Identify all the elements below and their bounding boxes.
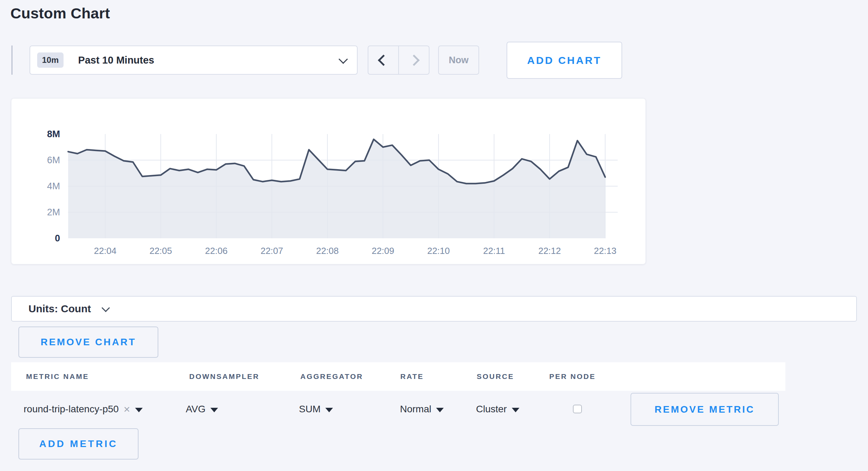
per-node-checkbox[interactable] — [573, 405, 582, 413]
chart-panel: 22:0422:0522:0622:0722:0822:0922:1022:11… — [11, 98, 646, 264]
caret-down-icon — [436, 408, 444, 412]
y-tick-label: 4M — [47, 181, 60, 191]
col-header-downsampler: DOWNSAMPLER — [189, 362, 259, 391]
caret-down-icon — [325, 408, 333, 412]
time-step-buttons — [368, 46, 429, 75]
downsampler-dropdown[interactable]: AVG — [186, 391, 218, 428]
col-header-rate: RATE — [400, 362, 424, 391]
remove-chart-button[interactable]: REMOVE CHART — [18, 327, 158, 358]
y-axis-labels: 02M4M6M8M — [47, 129, 60, 243]
rate-dropdown[interactable]: Normal — [400, 391, 444, 428]
y-tick-label: 8M — [47, 129, 60, 139]
add-metric-button[interactable]: ADD METRIC — [18, 428, 139, 460]
chevron-down-icon — [339, 55, 348, 64]
x-tick-label: 22:09 — [372, 246, 394, 256]
time-range-dropdown[interactable]: 10m Past 10 Minutes — [30, 46, 358, 75]
toolbar-left-divider — [11, 46, 12, 75]
time-range-badge: 10m — [37, 52, 64, 68]
metric-row: round-trip-latency-p50 × AVG SUM Normal … — [11, 391, 857, 428]
x-tick-label: 22:13 — [594, 246, 616, 256]
area-chart: 22:0422:0522:0622:0722:0822:0922:1022:11… — [11, 99, 646, 265]
x-tick-label: 22:07 — [260, 246, 283, 256]
aggregator-dropdown[interactable]: SUM — [299, 391, 333, 428]
x-tick-label: 22:10 — [427, 246, 450, 256]
x-tick-label: 22:08 — [316, 246, 339, 256]
x-tick-label: 22:06 — [205, 246, 227, 256]
metrics-table-header: METRIC NAME DOWNSAMPLER AGGREGATOR RATE … — [11, 362, 785, 391]
downsampler-value: AVG — [186, 404, 206, 415]
page-title: Custom Chart — [10, 5, 110, 22]
metric-name-value: round-trip-latency-p50 — [24, 404, 119, 415]
x-tick-label: 22:04 — [94, 246, 116, 256]
chevron-down-icon — [101, 304, 110, 312]
y-tick-label: 6M — [47, 155, 60, 165]
time-range-label: Past 10 Minutes — [78, 55, 154, 66]
col-header-metric-name: METRIC NAME — [26, 362, 89, 391]
units-label: Units: Count — [28, 303, 91, 315]
close-x-icon[interactable]: × — [124, 404, 130, 415]
x-tick-label: 22:05 — [149, 246, 172, 256]
chevron-right-icon — [408, 55, 420, 66]
caret-down-icon — [512, 408, 519, 412]
rate-value: Normal — [400, 404, 431, 415]
metric-name-dropdown[interactable]: round-trip-latency-p50 × — [24, 391, 143, 428]
time-forward-button[interactable] — [398, 46, 429, 74]
aggregator-value: SUM — [299, 404, 320, 415]
remove-metric-button[interactable]: REMOVE METRIC — [631, 393, 779, 426]
chevron-left-icon — [378, 55, 389, 66]
y-tick-label: 2M — [47, 207, 60, 217]
caret-down-icon — [135, 408, 143, 412]
x-tick-label: 22:12 — [538, 246, 561, 256]
source-dropdown[interactable]: Cluster — [476, 391, 519, 428]
source-value: Cluster — [476, 404, 507, 415]
y-tick-label: 0 — [55, 233, 60, 243]
time-back-button[interactable] — [368, 46, 398, 74]
chart-area-fill — [68, 139, 605, 238]
col-header-aggregator: AGGREGATOR — [300, 362, 363, 391]
col-header-per-node: PER NODE — [549, 362, 596, 391]
x-axis-labels: 22:0422:0522:0622:0722:0822:0922:1022:11… — [94, 246, 616, 256]
add-chart-button[interactable]: ADD CHART — [507, 42, 622, 79]
now-button[interactable]: Now — [438, 46, 479, 75]
units-dropdown[interactable]: Units: Count — [11, 296, 857, 322]
col-header-source: SOURCE — [477, 362, 514, 391]
x-tick-label: 22:11 — [483, 246, 505, 256]
caret-down-icon — [210, 408, 218, 412]
